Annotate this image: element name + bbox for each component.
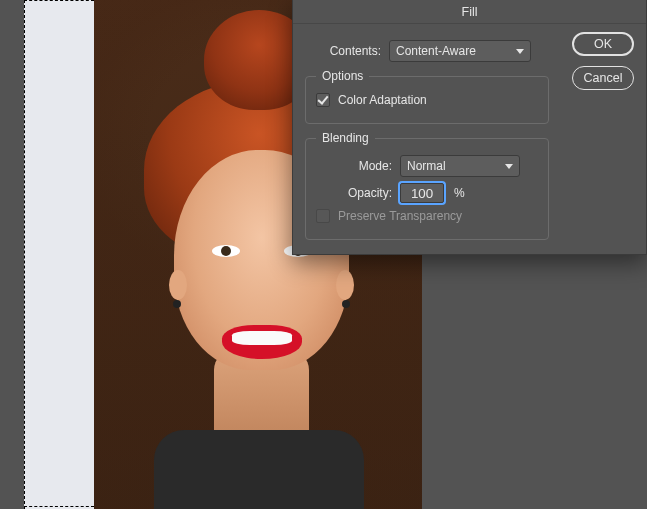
- cancel-button[interactable]: Cancel: [572, 66, 634, 90]
- options-group: Options Color Adaptation: [305, 76, 549, 124]
- chevron-down-icon: [505, 164, 513, 169]
- cancel-button-label: Cancel: [584, 71, 623, 85]
- canvas-expand-region: [24, 0, 94, 509]
- portrait-top: [154, 430, 364, 509]
- portrait-ear: [169, 270, 187, 300]
- portrait-ear: [336, 270, 354, 300]
- opacity-unit: %: [454, 186, 465, 200]
- opacity-label: Opacity:: [316, 186, 400, 200]
- contents-value: Content-Aware: [396, 44, 476, 58]
- fill-dialog: Fill Contents: Content-Aware Options Col…: [292, 0, 647, 255]
- blending-group-label: Blending: [316, 131, 375, 145]
- blending-group: Blending Mode: Normal Opacity: % Preserv…: [305, 138, 549, 240]
- color-adaptation-label: Color Adaptation: [338, 93, 427, 107]
- preserve-transparency-label: Preserve Transparency: [338, 209, 462, 223]
- preserve-transparency-checkbox: [316, 209, 330, 223]
- mode-dropdown[interactable]: Normal: [400, 155, 520, 177]
- ok-button-label: OK: [594, 37, 612, 51]
- contents-label: Contents:: [305, 44, 389, 58]
- contents-dropdown[interactable]: Content-Aware: [389, 40, 531, 62]
- mode-label: Mode:: [316, 159, 400, 173]
- options-group-label: Options: [316, 69, 369, 83]
- portrait-teeth: [232, 331, 292, 345]
- portrait-earring: [342, 300, 350, 308]
- portrait-earring: [173, 300, 181, 308]
- opacity-input[interactable]: [400, 183, 444, 203]
- ok-button[interactable]: OK: [572, 32, 634, 56]
- chevron-down-icon: [516, 49, 524, 54]
- portrait-eye: [212, 245, 240, 257]
- mode-value: Normal: [407, 159, 446, 173]
- dialog-title: Fill: [293, 0, 646, 24]
- color-adaptation-checkbox[interactable]: [316, 93, 330, 107]
